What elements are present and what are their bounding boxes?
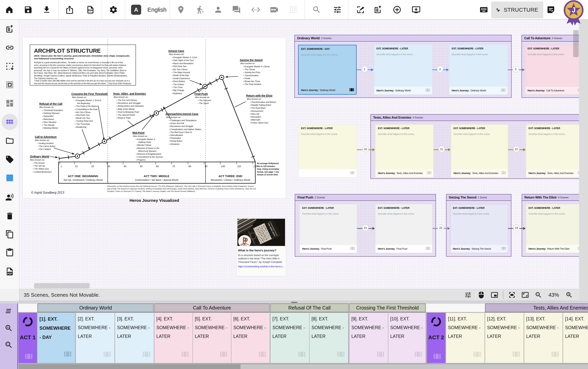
timeline-act1-card[interactable]: ACT 1: [19, 313, 37, 363]
scene-connector-11[interactable]: 11: [433, 145, 451, 154]
timeline-zoom-in-button[interactable]: [0, 324, 17, 332]
timeline-beat-header-h-ow[interactable]: Ordinary World: [38, 304, 154, 312]
statusbar-center-view-button[interactable]: [508, 291, 516, 299]
statusbar-zoom-out-button[interactable]: [535, 291, 542, 299]
scene-heading[interactable]: EXT. SOMEWHERE - LATER: [528, 206, 579, 209]
scene-connector-3[interactable]: 3: [508, 65, 525, 74]
timeline-menu-button[interactable]: [0, 307, 17, 315]
timeline-scene-t5[interactable]: [5]. EXT. SOMEWHERE - LATER: [193, 313, 231, 363]
scene-description-placeholder[interactable]: Describe what happens in this scene.: [376, 53, 430, 56]
statusbar-zoom-in-button[interactable]: [566, 291, 573, 299]
scene-heading[interactable]: EXT. SOMEWHERE - LATER: [452, 47, 505, 50]
toolbar-location-button[interactable]: [175, 0, 187, 19]
timeline-scene-t11[interactable]: [11]. EXT. SOMEWHERE - LATER: [446, 313, 485, 363]
panel-resizer[interactable]: [0, 301, 588, 304]
scene-connector-1[interactable]: 1: [357, 65, 374, 74]
scene-heading[interactable]: EXT. SOMEWHERE - LATER: [378, 206, 430, 209]
scene-card-c9[interactable]: EXT. SOMEWHERE - LATER Describe what hap…: [299, 124, 357, 177]
scene-connector-10[interactable]: 10: [357, 145, 375, 154]
timeline-scene-t4[interactable]: [4]. EXT. SOMEWHERE - LATER: [155, 313, 193, 363]
scene-card-c11[interactable]: EXT. SOMEWHERE - LATER Describe what hap…: [451, 124, 508, 177]
scene-heading[interactable]: EXT. SOMEWHERE - LATER: [301, 127, 354, 130]
timeline-scene-t8[interactable]: [8]. EXT. SOMEWHERE - LATER: [309, 313, 348, 363]
timeline-scene-t12[interactable]: [12]. EXT. SOMEWHERE - LATER: [485, 313, 524, 363]
sidebar-select-all-button[interactable]: [0, 76, 19, 94]
timeline-scene-t1[interactable]: [1]. EXT. SOMEWHERE - DAY: [38, 313, 75, 363]
timeline-scrollbar-thumb[interactable]: [19, 364, 240, 369]
resizer-handle-icon[interactable]: [291, 302, 297, 303]
beat-group-header[interactable]: Call To Adventure: 3 Scenes: [522, 35, 579, 41]
timeline-scene-t3[interactable]: [3]. EXT. SOMEWHERE - LATER: [115, 313, 154, 363]
statusbar-board-settings-button[interactable]: [464, 291, 472, 299]
scene-heading[interactable]: EXT. SOMEWHERE - LATER: [528, 127, 579, 130]
sidebar-select-add-button[interactable]: [0, 57, 19, 75]
scene-heading[interactable]: EXT. SOMEWHERE - LATER: [527, 47, 579, 50]
timeline-scene-t10[interactable]: [10]. EXT. SOMEWHERE - LATER: [388, 313, 426, 363]
timeline-beat-header-h-cft[interactable]: Crossing The First Threshold: [349, 304, 426, 312]
toolbar-export-pdf-button[interactable]: PDF: [84, 0, 97, 19]
scene-connector-12[interactable]: 12: [508, 145, 526, 154]
toolbar-keyboard-button[interactable]: [477, 0, 490, 19]
scene-card-c23[interactable]: EXT. SOMEWHERE - LATER Describe what hap…: [450, 204, 508, 253]
toolbar-add-screen-button[interactable]: [410, 0, 423, 19]
toolbar-transition-button[interactable]: [249, 0, 262, 19]
toolbar-shot-button[interactable]: [268, 0, 281, 19]
scene-card-c24[interactable]: EXT. SOMEWHERE - LATER Describe what hap…: [526, 204, 579, 253]
toolbar-dialogue-button[interactable]: [230, 0, 243, 19]
sidebar-color-swatch-button[interactable]: [0, 169, 19, 187]
timeline-scene-t9[interactable]: [9]. EXT. SOMEWHERE - LATER: [350, 313, 388, 363]
timeline-beat-header-h-tae[interactable]: Tests, Allies And Enemies: [485, 304, 588, 312]
toolbar-filter-button[interactable]: [331, 0, 344, 19]
scene-description-placeholder[interactable]: Describe what happens in this scene.: [301, 53, 354, 56]
sidebar-copy-button[interactable]: [0, 225, 19, 243]
timeline-scene-t6[interactable]: [6]. EXT. SOMEWHERE - LATER: [231, 313, 270, 363]
toolbar-dot-grid-button[interactable]: [287, 0, 300, 19]
scene-card-c22[interactable]: EXT. SOMEWHERE - LATER Describe what hap…: [375, 204, 433, 253]
scene-description-placeholder[interactable]: Describe what happens in this scene.: [378, 213, 430, 215]
beat-group-header[interactable]: Tests, Allies And Enemies: 4 Scenes: [371, 114, 579, 121]
archplot-handout-image[interactable]: ARCHPLOT STRUCTURE(AKA: Classic plot, th…: [22, 37, 286, 198]
note-card[interactable]: THE HERO WITH A THOUSAND FACES JOSEPH CA…: [236, 217, 286, 276]
scene-card-c12[interactable]: EXT. SOMEWHERE - LATER Describe what hap…: [526, 124, 579, 177]
scene-description-placeholder[interactable]: Describe what happens in this scene.: [378, 133, 431, 135]
scene-description-placeholder[interactable]: Describe what happens in this scene.: [302, 213, 354, 215]
sidebar-paste-button[interactable]: [0, 244, 19, 261]
scene-heading[interactable]: EXT. SOMEWHERE - LATER: [453, 206, 505, 209]
timeline-beat-header-h-blank1[interactable]: [18, 304, 37, 312]
toolbar-character-button[interactable]: [212, 0, 225, 19]
sidebar-pdf-button[interactable]: PDF: [0, 262, 19, 280]
canvas-horizontal-scrollbar[interactable]: [34, 283, 90, 288]
sidebar-link-button[interactable]: [0, 39, 19, 57]
scene-connector-21[interactable]: 21: [357, 224, 375, 233]
scene-heading[interactable]: EXT. SOMEWHERE - DAY: [301, 47, 354, 50]
scene-card-c4[interactable]: EXT. SOMEWHERE - LATER Describe what hap…: [525, 45, 579, 95]
scene-description-placeholder[interactable]: Describe what happens in this scene.: [301, 133, 354, 135]
toolbar-download-button[interactable]: [40, 0, 53, 19]
scene-heading[interactable]: EXT. SOMEWHERE - LATER: [454, 127, 505, 130]
sidebar-tab-button[interactable]: [0, 132, 19, 150]
beat-group-header[interactable]: Final Push: 2 Scenes: [295, 195, 435, 201]
structure-canvas[interactable]: ARCHPLOT STRUCTURE(AKA: Classic plot, th…: [19, 20, 579, 289]
scene-card-c10[interactable]: EXT. SOMEWHERE - LATER Describe what hap…: [375, 124, 433, 177]
timeline-scrollbar[interactable]: [18, 364, 588, 369]
sidebar-tag-button[interactable]: [0, 151, 19, 168]
scene-description-placeholder[interactable]: Describe what happens in this scene.: [528, 213, 579, 215]
timeline-beat-header-h-cta[interactable]: Call To Adventure: [154, 304, 270, 312]
toolbar-home-button[interactable]: [3, 0, 16, 19]
scene-connector-23[interactable]: 23: [508, 224, 526, 233]
timeline-scene-t14[interactable]: [14]. EXT. SOMEWHERE - LATER: [563, 313, 588, 363]
toolbar-search-button[interactable]: [310, 0, 323, 19]
toolbar-comments-button[interactable]: [545, 0, 557, 19]
scene-card-c3[interactable]: EXT. SOMEWHERE - LATER Describe what hap…: [449, 45, 508, 95]
canvas-vertical-scrollbar[interactable]: [573, 30, 579, 57]
sidebar-new-scene-button[interactable]: [0, 20, 19, 38]
note-link[interactable]: https://screenwriting.io/what-is-the-her…: [238, 265, 284, 268]
toolbar-draw-button[interactable]: [354, 0, 367, 19]
scene-card-c1[interactable]: EXT. SOMEWHERE - DAY Describe what happe…: [298, 45, 357, 95]
scene-heading[interactable]: EXT. SOMEWHERE - LATER: [376, 47, 430, 50]
toolbar-share-button[interactable]: [63, 0, 76, 19]
toolbar-save-button[interactable]: [22, 0, 35, 19]
scene-description-placeholder[interactable]: Describe what happens in this scene.: [453, 213, 505, 215]
beat-group-header[interactable]: Ordinary World: 3 Scenes: [295, 35, 511, 41]
scene-connector-22[interactable]: 22: [433, 224, 450, 233]
